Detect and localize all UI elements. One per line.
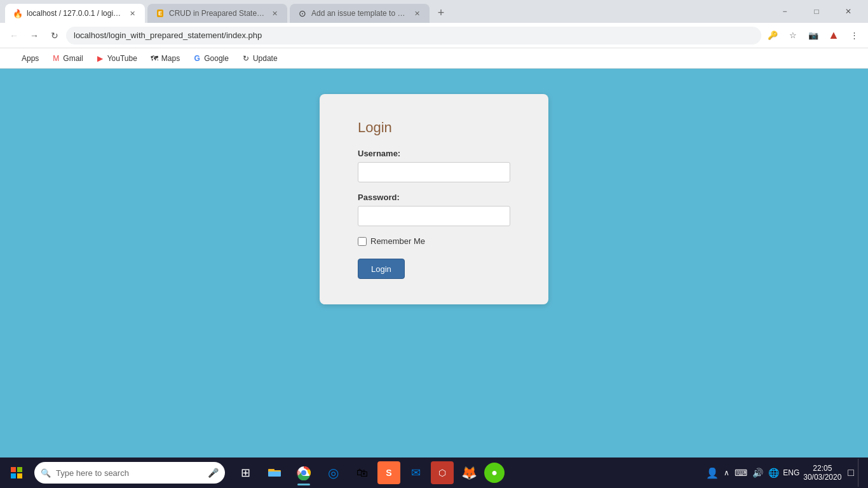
minimize-button[interactable]: − [770,2,799,21]
tab-close-3[interactable]: ✕ [412,8,422,18]
tab-title-3: Add an issue template to Viv31/... [311,9,408,18]
taskbar: 🔍 Type here to search 🎤 ⊞ ◎ 🛍 [0,458,868,488]
window-controls: − □ ✕ [770,2,863,21]
bookmark-gmail[interactable]: M Gmail [46,51,88,66]
title-bar: 🔥 localhost / 127.0.0.1 / login_with... … [0,0,868,23]
tab-favicon-1: 🔥 [13,8,23,18]
reload-button[interactable]: ↻ [46,27,64,44]
windows-logo [11,467,22,478]
network-icon[interactable]: 🌐 [768,468,779,478]
svg-rect-2 [268,471,281,477]
maps-favicon: 🗺 [150,54,159,63]
screenshot-icon[interactable]: 📷 [804,27,822,44]
microphone-icon[interactable]: 🎤 [208,468,219,478]
taskbar-search[interactable]: 🔍 Type here to search 🎤 [34,462,225,484]
taskbar-firefox[interactable]: 🦊 [455,459,483,487]
bookmark-update[interactable]: ↻ Update [236,51,283,66]
login-button[interactable]: Login [358,259,405,279]
tab-favicon-3: ⊙ [297,8,308,18]
update-favicon: ↻ [241,54,250,63]
people-icon[interactable]: 👤 [706,467,719,479]
tab-close-1[interactable]: ✕ [127,8,137,18]
taskbar-chrome[interactable] [290,459,318,487]
tab-github[interactable]: ⊙ Add an issue template to Viv31/... ✕ [290,4,430,23]
page-content: Login Username: Password: Remember Me Lo… [0,69,868,458]
address-bar[interactable]: localhost/login_with_prepared_statement/… [66,27,761,44]
maximize-button[interactable]: □ [802,2,831,21]
tab-favicon-2: E [155,8,165,18]
taskbar-apps: ⊞ ◎ 🛍 S ✉ ⬡ 🦊 [231,459,505,487]
bookmark-icon[interactable]: ☆ [784,27,802,44]
tab-title-2: CRUD in Preapared Statement [169,9,266,18]
taskbar-mail[interactable]: ✉ [402,459,430,487]
login-card: Login Username: Password: Remember Me Lo… [320,94,548,304]
profile-icon[interactable]: ▲ [825,27,843,44]
username-group: Username: [358,149,510,182]
search-placeholder: Type here to search [56,468,129,478]
notification-icon[interactable]: □ [848,467,854,478]
taskbar-app8[interactable]: ⬡ [431,461,454,484]
forward-button[interactable]: → [25,27,43,44]
clock-time: 22:05 [803,464,841,473]
bookmark-apps-label: Apps [22,54,39,63]
bookmark-youtube[interactable]: ▶ YouTube [91,51,142,66]
taskbar-edge[interactable]: ◎ [319,459,347,487]
language-indicator[interactable]: ENG [783,468,799,477]
username-label: Username: [358,149,510,158]
bookmark-youtube-label: YouTube [107,54,137,63]
bookmark-apps[interactable]: Apps [5,51,44,66]
bookmark-google-label: Google [204,54,229,63]
google-favicon: G [193,54,201,63]
time-block[interactable]: 22:05 30/03/2020 [803,464,841,482]
back-button[interactable]: ← [5,27,23,44]
close-button[interactable]: ✕ [834,2,863,21]
nav-right: 🔑 ☆ 📷 ▲ ⋮ [764,27,863,44]
login-title: Login [358,119,510,136]
remember-me-label: Remember Me [370,236,425,246]
volume-icon[interactable]: 🔊 [752,468,763,478]
bookmark-maps[interactable]: 🗺 Maps [145,51,185,66]
new-tab-button[interactable]: + [432,4,450,22]
taskbar-taskview[interactable]: ⊞ [231,459,259,487]
apps-favicon [10,54,19,63]
start-button[interactable] [3,459,31,487]
address-text: localhost/login_with_prepared_statement/… [74,30,262,40]
nav-bar: ← → ↻ localhost/login_with_prepared_stat… [0,23,868,48]
bookmark-gmail-label: Gmail [63,54,83,63]
taskbar-explorer[interactable] [261,459,288,487]
taskbar-store[interactable]: 🛍 [348,459,376,487]
remember-me-group: Remember Me [358,236,510,246]
bookmark-google[interactable]: G Google [187,51,234,66]
clock-date: 30/03/2020 [803,473,841,482]
bookmark-maps-label: Maps [161,54,180,63]
show-desktop-button[interactable] [858,459,863,487]
bookmark-update-label: Update [253,54,278,63]
tab-localhost[interactable]: 🔥 localhost / 127.0.0.1 / login_with... … [5,4,145,23]
tab-close-2[interactable]: ✕ [269,8,280,18]
username-input[interactable] [358,162,510,182]
bookmarks-bar: Apps M Gmail ▶ YouTube 🗺 Maps G Google ↻… [0,48,868,69]
password-group: Password: [358,193,510,226]
taskbar-tray: 👤 ∧ ⌨ 🔊 🌐 ENG 22:05 30/03/2020 □ [706,459,863,487]
save-page-icon[interactable]: 🔑 [764,27,782,44]
taskbar-sublime[interactable]: S [377,461,400,484]
chevron-up-icon[interactable]: ∧ [724,468,729,477]
gmail-favicon: M [51,54,60,63]
remember-me-checkbox[interactable] [358,237,367,246]
keyboard-icon[interactable]: ⌨ [735,468,747,478]
password-label: Password: [358,193,510,202]
taskbar-app10[interactable]: ● [484,463,505,483]
svg-point-4 [301,470,306,475]
search-icon: 🔍 [41,468,51,478]
tab-title-1: localhost / 127.0.0.1 / login_with... [27,9,123,18]
tab-crud[interactable]: E CRUD in Preapared Statement ✕ [147,4,287,23]
password-input[interactable] [358,206,510,226]
tray-icons: 👤 ∧ ⌨ 🔊 🌐 [706,467,779,479]
youtube-favicon: ▶ [96,54,105,63]
menu-button[interactable]: ⋮ [845,27,863,44]
